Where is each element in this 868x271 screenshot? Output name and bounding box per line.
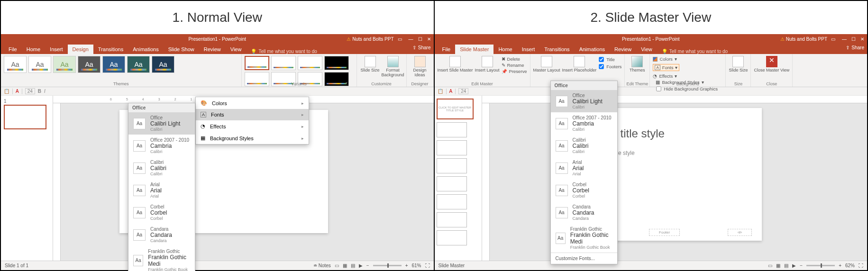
- font-scheme-office[interactable]: Aa OfficeCalibri LightCalibri: [551, 90, 617, 112]
- account-name[interactable]: Nuts and Bolts PPT: [347, 36, 393, 42]
- font-size-box[interactable]: 24: [25, 88, 35, 94]
- view-sorter-icon[interactable]: ▦: [776, 263, 780, 268]
- hide-bg-checkbox[interactable]: Hide Background Graphics: [656, 85, 722, 92]
- tab-transitions[interactable]: Transitions: [93, 45, 128, 54]
- preserve-button[interactable]: 📌 Preserve: [502, 68, 527, 74]
- font-scheme-calibri[interactable]: Aa CalibriCalibriCalibri: [551, 135, 617, 157]
- slide-thumb-1[interactable]: [4, 105, 46, 129]
- tab-view[interactable]: View: [226, 45, 247, 54]
- zoom-in-icon[interactable]: +: [405, 263, 408, 268]
- bold-icon[interactable]: B: [38, 89, 41, 94]
- tab-file[interactable]: File: [438, 45, 456, 54]
- paste-icon[interactable]: 📋: [438, 89, 443, 94]
- tab-design[interactable]: Design: [68, 45, 93, 54]
- font-color-icon[interactable]: A: [449, 89, 453, 94]
- font-scheme-corbel[interactable]: Aa CorbelCorbelCorbel: [551, 179, 617, 201]
- format-background-button[interactable]: Format Background: [383, 56, 403, 78]
- theme-office[interactable]: Aa: [4, 56, 27, 73]
- layout-thumb-7[interactable]: [437, 230, 467, 245]
- view-reading-icon[interactable]: ▤: [784, 263, 788, 268]
- layout-thumb-3[interactable]: [437, 158, 467, 173]
- variant-2[interactable]: [271, 56, 296, 70]
- tab-slide-master[interactable]: Slide Master: [455, 45, 493, 54]
- close-icon[interactable]: ✕: [427, 36, 431, 42]
- tell-me[interactable]: 💡 Tell me what you want to do: [662, 49, 728, 54]
- font-scheme-franklin[interactable]: Aa Franklin GothicFranklin Gothic MediFr…: [128, 246, 195, 271]
- slidenum-placeholder[interactable]: ‹#›: [728, 229, 752, 236]
- variants-colors[interactable]: 🎨Colors▸: [196, 97, 309, 109]
- view-sorter-icon[interactable]: ▦: [343, 263, 347, 268]
- font-scheme-franklin[interactable]: Aa Franklin GothicFranklin Gothic MediFr…: [551, 224, 617, 253]
- view-reading-icon[interactable]: ▤: [351, 263, 355, 268]
- tab-insert[interactable]: Insert: [45, 45, 68, 54]
- account-name[interactable]: Nuts and Bolts PPT: [780, 36, 827, 42]
- font-scheme-arial[interactable]: Aa ArialArialArial: [128, 179, 195, 201]
- share-button[interactable]: ⇪ Share: [412, 45, 431, 50]
- title-checkbox[interactable]: Title: [598, 56, 621, 63]
- font-scheme-candara[interactable]: Aa CandaraCandaraCandara: [128, 224, 195, 246]
- tab-review[interactable]: Review: [199, 45, 226, 54]
- themes-button[interactable]: Themes: [628, 56, 647, 73]
- share-button[interactable]: ⇪ Share: [846, 45, 864, 50]
- theme-7[interactable]: Aa: [152, 56, 174, 73]
- customize-fonts[interactable]: Customize Fonts...: [551, 253, 617, 264]
- insert-slide-master-button[interactable]: Insert Slide Master: [438, 56, 473, 73]
- notes-button[interactable]: ≐ Notes: [313, 263, 331, 268]
- colors-dropdown[interactable]: Colors ▾: [653, 56, 676, 62]
- minimize-icon[interactable]: —: [409, 36, 413, 42]
- maximize-icon[interactable]: ☐: [851, 36, 856, 42]
- view-slideshow-icon[interactable]: ▶: [792, 263, 796, 268]
- theme-2[interactable]: Aa: [28, 56, 51, 73]
- view-normal-icon[interactable]: ▭: [335, 263, 339, 268]
- theme-5[interactable]: Aa: [102, 56, 125, 73]
- fit-icon[interactable]: ⛶: [425, 263, 430, 268]
- footers-checkbox[interactable]: Footers: [598, 63, 621, 70]
- slide-size-button[interactable]: Slide Size: [729, 56, 748, 73]
- zoom-value[interactable]: 62%: [845, 263, 855, 268]
- variants-fonts[interactable]: AFonts▸: [196, 109, 309, 120]
- theme-4[interactable]: Aa: [78, 56, 101, 73]
- maximize-icon[interactable]: ☐: [418, 36, 422, 42]
- master-layout-button[interactable]: Master Layout: [533, 56, 560, 73]
- tab-view[interactable]: View: [636, 45, 657, 54]
- theme-6[interactable]: Aa: [127, 56, 150, 73]
- view-slideshow-icon[interactable]: ▶: [359, 263, 363, 268]
- zoom-out-icon[interactable]: −: [366, 263, 369, 268]
- font-scheme-corbel[interactable]: Aa CorbelCorbelCorbel: [128, 201, 195, 224]
- ribbon-options-icon[interactable]: ▭: [831, 36, 835, 42]
- tell-me[interactable]: 💡 Tell me what you want to do: [251, 49, 317, 54]
- font-scheme-calibri[interactable]: Aa CalibriCalibriCalibri: [128, 157, 195, 179]
- zoom-slider[interactable]: [373, 265, 402, 266]
- slide-size-button[interactable]: Slide Size: [360, 56, 381, 73]
- font-scheme-arial[interactable]: Aa ArialArialArial: [551, 157, 617, 179]
- rename-button[interactable]: ✎ Rename: [502, 62, 527, 68]
- tab-file[interactable]: File: [4, 45, 22, 54]
- effects-dropdown[interactable]: ◔ Effects ▾: [653, 73, 677, 79]
- variant-4[interactable]: [324, 56, 349, 70]
- layout-thumb-5[interactable]: [437, 194, 467, 209]
- font-scheme-office-2007[interactable]: Aa Office 2007 - 2010CambriaCalibri: [128, 135, 195, 157]
- insert-layout-button[interactable]: Insert Layout: [475, 56, 500, 73]
- layout-thumb-1[interactable]: [437, 122, 467, 137]
- footer-placeholder[interactable]: Footer: [649, 229, 680, 236]
- minimize-icon[interactable]: —: [842, 36, 847, 42]
- zoom-out-icon[interactable]: −: [800, 263, 803, 268]
- paste-icon[interactable]: 📋: [4, 89, 9, 94]
- variants-bgstyles[interactable]: ▦Background Styles▸: [196, 132, 309, 144]
- tab-transitions[interactable]: Transitions: [539, 45, 574, 54]
- font-scheme-office-2007[interactable]: Aa Office 2007 - 2010CambriaCalibri: [551, 112, 617, 135]
- fonts-dropdown-button[interactable]: AFonts ▾: [653, 64, 679, 71]
- zoom-in-icon[interactable]: +: [839, 263, 841, 268]
- delete-button[interactable]: ✖ Delete: [502, 56, 527, 62]
- tab-review[interactable]: Review: [610, 45, 636, 54]
- layout-thumb-6[interactable]: [437, 212, 467, 227]
- variant-1[interactable]: [245, 56, 269, 70]
- close-icon[interactable]: ✕: [860, 36, 864, 42]
- insert-placeholder-button[interactable]: Insert Placeholder: [562, 56, 597, 73]
- font-size-box[interactable]: 24: [458, 88, 468, 94]
- fit-icon[interactable]: ⛶: [859, 263, 863, 268]
- zoom-value[interactable]: 61%: [411, 263, 421, 268]
- layout-thumb-4[interactable]: [437, 176, 467, 191]
- view-normal-icon[interactable]: ▭: [768, 263, 772, 268]
- italic-icon[interactable]: I: [44, 89, 46, 94]
